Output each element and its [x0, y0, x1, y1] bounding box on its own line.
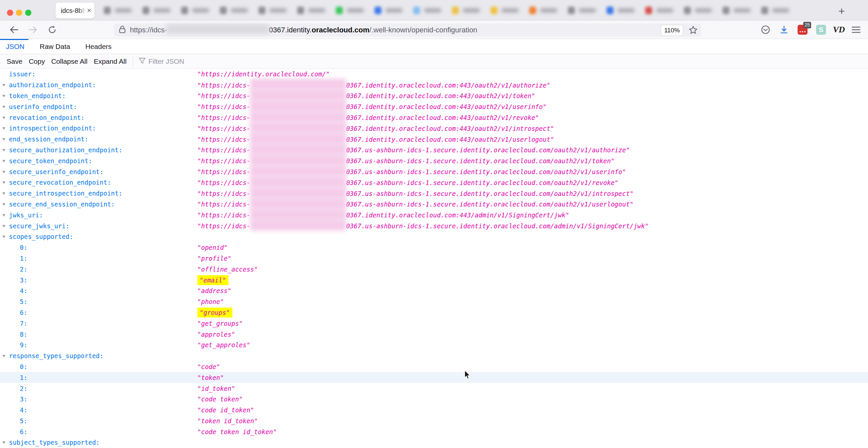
- expand-twisty-icon[interactable]: ▼: [2, 354, 5, 358]
- json-key: 8:: [20, 331, 27, 338]
- json-row: 0:"code": [0, 361, 868, 372]
- json-value: "https://idcs-0367.us-ashburn-idcs-1.sec…: [197, 188, 633, 199]
- background-tab[interactable]: [641, 0, 679, 21]
- back-button[interactable]: [7, 21, 21, 39]
- menu-hamburger-icon[interactable]: [849, 21, 863, 39]
- close-window-button[interactable]: [7, 9, 13, 16]
- redacted-blur: [250, 177, 346, 188]
- expand-twisty-icon[interactable]: ▼: [2, 126, 5, 130]
- json-row: ▼userinfo_endpoint:"https://idcs-0367.id…: [0, 101, 868, 112]
- expand-twisty-icon[interactable]: ▼: [2, 159, 5, 163]
- expand-twisty-icon[interactable]: ▼: [2, 213, 5, 217]
- expand-twisty-icon[interactable]: ▼: [2, 137, 5, 141]
- reload-button[interactable]: [45, 21, 60, 39]
- new-tab-button[interactable]: +: [838, 5, 845, 18]
- filter-json-input[interactable]: [148, 58, 287, 65]
- download-icon[interactable]: [777, 21, 790, 39]
- background-tab[interactable]: [99, 0, 138, 21]
- background-tab[interactable]: [254, 0, 292, 21]
- copy-button[interactable]: Copy: [29, 58, 45, 65]
- viewer-tab-headers[interactable]: Headers: [85, 43, 112, 51]
- value-text: 0367.us-ashburn-idcs-1.secure.identity.o…: [346, 168, 626, 175]
- tab-favicon-icon: [452, 7, 459, 14]
- background-tab[interactable]: [486, 0, 525, 21]
- expand-twisty-icon[interactable]: ▼: [2, 191, 5, 195]
- background-tab[interactable]: [447, 0, 486, 21]
- background-tab[interactable]: [331, 0, 370, 21]
- background-tab[interactable]: [563, 0, 602, 21]
- json-value: "https://idcs-0367.identity.oraclecloud.…: [197, 210, 569, 220]
- url-text: https://idcs-0367.identity.oraclecloud.c…: [130, 25, 477, 35]
- expand-twisty-icon[interactable]: ▼: [2, 83, 5, 87]
- background-tab[interactable]: [292, 0, 331, 21]
- json-value: "https://idcs-0367.identity.oraclecloud.…: [197, 134, 554, 145]
- background-tab[interactable]: [370, 0, 408, 21]
- expand-twisty-icon[interactable]: ▼: [2, 181, 5, 184]
- bookmark-star-icon[interactable]: [688, 26, 698, 36]
- active-tab[interactable]: idcs-8b8 ×: [56, 3, 95, 19]
- background-tab[interactable]: [215, 0, 254, 21]
- json-value: "get_groups": [197, 320, 243, 327]
- tab-title-blurred: [617, 8, 634, 12]
- expand-twisty-icon[interactable]: ▼: [2, 234, 5, 238]
- tab-title-blurred: [192, 8, 209, 12]
- value-text: "openid": [197, 244, 228, 251]
- s-extension-icon[interactable]: S: [814, 21, 828, 39]
- value-text: "code token id_token": [197, 428, 277, 436]
- background-tab[interactable]: [138, 0, 177, 21]
- json-value: "https://idcs-0367.identity.oraclecloud.…: [197, 79, 550, 91]
- background-tab[interactable]: [602, 0, 641, 21]
- json-key: secure_revocation_endpoint:: [9, 179, 111, 186]
- tab-title-blurred: [656, 8, 673, 12]
- expand-twisty-icon[interactable]: ▼: [2, 115, 5, 119]
- redacted-blur: [250, 155, 346, 166]
- json-key: 4:: [20, 406, 27, 414]
- background-tab[interactable]: [525, 0, 563, 21]
- value-text: "code id_token": [197, 406, 254, 414]
- background-tab[interactable]: [718, 0, 756, 21]
- viewer-tab-raw-data[interactable]: Raw Data: [40, 43, 70, 51]
- tab-favicon-icon: [607, 7, 614, 14]
- minimize-window-button[interactable]: [16, 9, 22, 16]
- background-tab[interactable]: [756, 0, 795, 21]
- json-key: revocation_endpoint:: [9, 114, 85, 121]
- active-tab-indicator: [0, 39, 28, 40]
- json-value: "get_approles": [197, 341, 250, 349]
- expand-twisty-icon[interactable]: ▼: [2, 105, 5, 109]
- expand-twisty-icon[interactable]: ▼: [2, 94, 5, 98]
- json-key: 5:: [20, 298, 27, 305]
- viewer-tab-json[interactable]: JSON: [6, 43, 25, 51]
- expand-all-button[interactable]: Expand All: [94, 58, 127, 65]
- redacted-blur: [250, 166, 346, 177]
- json-row: 2:"id_token": [0, 383, 868, 394]
- background-tab[interactable]: [679, 0, 718, 21]
- save-button[interactable]: Save: [7, 58, 23, 65]
- json-row: 4:"code id_token": [0, 405, 868, 416]
- background-tab[interactable]: [177, 0, 215, 21]
- expand-twisty-icon[interactable]: ▼: [2, 169, 5, 173]
- forward-button[interactable]: [26, 21, 40, 39]
- redacted-blur: [250, 220, 346, 231]
- background-tab[interactable]: [408, 0, 447, 21]
- pocket-icon[interactable]: [759, 21, 772, 39]
- collapse-all-button[interactable]: Collapse All: [51, 58, 88, 65]
- zoom-window-button[interactable]: [25, 9, 31, 16]
- vd-extension-icon[interactable]: VD: [832, 21, 846, 39]
- expand-twisty-icon[interactable]: ▼: [2, 224, 5, 228]
- expand-twisty-icon[interactable]: ▼: [2, 202, 5, 206]
- lock-icon[interactable]: [119, 25, 126, 35]
- close-tab-icon[interactable]: ×: [87, 7, 91, 14]
- zoom-level-indicator[interactable]: 110%: [661, 25, 683, 36]
- tab-title-blurred: [734, 8, 751, 12]
- password-manager-icon[interactable]: 25: [796, 21, 809, 39]
- value-text: 0367.identity.oraclecloud.com:443/admin/…: [346, 212, 569, 219]
- expand-twisty-icon[interactable]: ▼: [2, 440, 5, 444]
- json-row: ▼secure_jwks_uri:"https://idcs-0367.us-a…: [0, 220, 868, 231]
- value-text: "https://idcs-: [197, 103, 250, 110]
- tab-title-blurred: [308, 8, 325, 12]
- browser-tab-bar: idcs-8b8 × +: [0, 0, 868, 21]
- url-redacted-blur: [166, 25, 269, 35]
- json-row: 6:"code token id_token": [0, 426, 868, 437]
- url-bar[interactable]: https://idcs-0367.identity.oraclecloud.c…: [114, 24, 701, 37]
- expand-twisty-icon[interactable]: ▼: [2, 148, 5, 152]
